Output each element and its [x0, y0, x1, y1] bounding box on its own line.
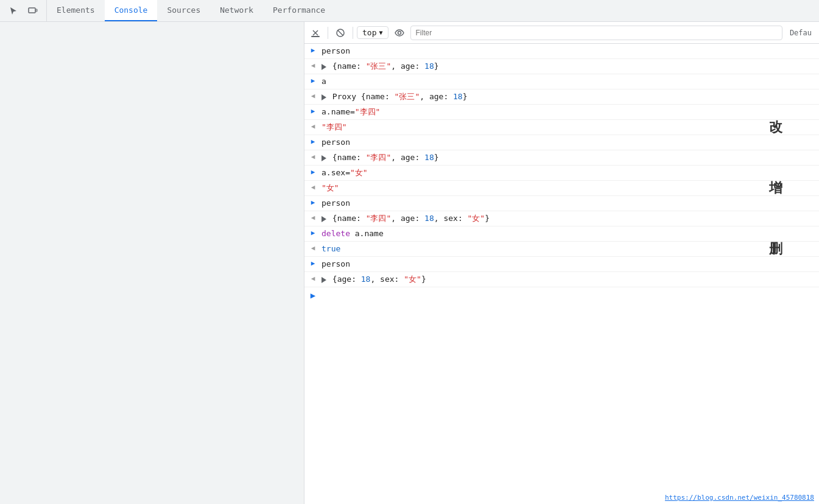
row-content: a [322, 74, 819, 89]
browser-panel [0, 22, 304, 504]
row-content: delete a.name [322, 226, 819, 241]
console-row: ▶ person [304, 135, 819, 150]
tab-console[interactable]: Console [105, 0, 158, 21]
console-input[interactable] [322, 290, 819, 301]
svg-line-4 [338, 30, 343, 35]
row-expand-arrow[interactable]: ▶ [304, 196, 322, 209]
tab-performance[interactable]: Performance [263, 0, 335, 21]
devtools-icon-area [0, 0, 47, 21]
toolbar-divider [328, 27, 328, 39]
console-row: ◀ {name: "李四", age: 18, sex: "女"} [304, 211, 819, 226]
row-direction: ◀ [304, 242, 322, 254]
svg-rect-1 [36, 9, 37, 12]
row-content: person [322, 196, 819, 211]
console-row: ◀ {name: "李四", age: 18} [304, 150, 819, 166]
devtools-panel: top ▼ Defau ▶ [304, 22, 819, 504]
devtools-tabbar: Elements Console Sources Network Perform… [0, 0, 819, 22]
execution-context-selector[interactable]: top ▼ [357, 26, 388, 39]
filter-input[interactable] [410, 26, 782, 40]
row-content: Proxy {name: "张三", age: 18} [322, 89, 819, 104]
responsive-icon[interactable] [24, 2, 41, 19]
row-direction: ◀ [304, 150, 322, 163]
row-direction: ◀ [304, 181, 322, 194]
annotation-shan: 删 [769, 240, 782, 258]
row-content: a.name="李四" [322, 105, 819, 119]
expand-triangle[interactable] [322, 216, 326, 222]
console-row: ◀ {name: "张三", age: 18} [304, 59, 819, 74]
expand-triangle[interactable] [322, 64, 326, 70]
row-expand-arrow[interactable]: ▶ [304, 135, 322, 148]
console-row: ◀ {age: 18, sex: "女"} [304, 272, 819, 287]
row-content: person [322, 44, 819, 58]
row-direction: ◀ [304, 272, 322, 285]
console-row: ▶ delete a.name [304, 226, 819, 242]
annotation-gai: 改 [769, 118, 782, 136]
console-row: ◀ Proxy {name: "张三", age: 18} [304, 89, 819, 105]
row-content: a.sex="女" [322, 166, 819, 180]
console-row: ▶ person [304, 257, 819, 272]
clear-console-button[interactable] [307, 24, 324, 41]
row-content: "李四" [322, 120, 819, 135]
input-caret: ▶ [304, 290, 322, 300]
expand-triangle[interactable] [322, 277, 326, 283]
console-toolbar: top ▼ Defau [304, 22, 819, 44]
row-content: {name: "张三", age: 18} [322, 59, 819, 74]
annotation-zeng: 增 [769, 179, 782, 197]
console-row: ▶ a.name="李四" [304, 105, 819, 120]
row-expand-arrow[interactable]: ▶ [304, 226, 322, 239]
row-direction: ◀ [304, 120, 322, 133]
stop-button[interactable] [332, 24, 349, 41]
svg-rect-0 [29, 8, 35, 13]
console-row: ▶ person [304, 196, 819, 211]
row-expand-arrow[interactable]: ▶ [304, 74, 322, 87]
tab-network[interactable]: Network [210, 0, 263, 21]
row-content: "女" [322, 181, 819, 195]
row-expand-arrow[interactable]: ▶ [304, 257, 322, 270]
toolbar-divider2 [353, 27, 353, 39]
log-level-selector[interactable]: Defau [785, 29, 817, 37]
row-content: {age: 18, sex: "女"} [322, 272, 819, 287]
cursor-icon[interactable] [5, 2, 22, 19]
row-direction: ◀ [304, 59, 322, 72]
row-content: person [322, 135, 819, 150]
tab-elements[interactable]: Elements [47, 0, 105, 21]
console-row: ◀ "李四" 改 [304, 120, 819, 135]
tab-sources[interactable]: Sources [157, 0, 210, 21]
row-expand-arrow[interactable]: ▶ [304, 44, 322, 57]
row-direction: ◀ [304, 211, 322, 224]
source-url: https://blog.csdn.net/weixin_45780818 [665, 494, 814, 502]
console-row: ▶ a.sex="女" [304, 166, 819, 181]
chevron-down-icon: ▼ [379, 29, 382, 36]
expand-triangle[interactable] [322, 155, 326, 161]
console-row: ◀ true 删 [304, 242, 819, 257]
expand-triangle[interactable] [322, 94, 326, 100]
row-expand-arrow[interactable]: ▶ [304, 105, 322, 117]
row-content: true [322, 242, 819, 256]
svg-point-5 [398, 31, 401, 34]
live-expressions-button[interactable] [391, 24, 408, 41]
console-row: ◀ "女" 增 [304, 181, 819, 196]
row-content: {name: "李四", age: 18} [322, 150, 819, 165]
console-row: ▶ person [304, 44, 819, 59]
svg-rect-2 [311, 36, 320, 37]
row-content: {name: "李四", age: 18, sex: "女"} [322, 211, 819, 226]
row-content: person [322, 257, 819, 271]
console-output: ▶ person ◀ {name: "张三", age: 18} ▶ [304, 44, 819, 504]
row-direction: ◀ [304, 89, 322, 102]
console-input-row: ▶ [304, 287, 819, 303]
row-expand-arrow[interactable]: ▶ [304, 166, 322, 178]
console-row: ▶ a [304, 74, 819, 89]
